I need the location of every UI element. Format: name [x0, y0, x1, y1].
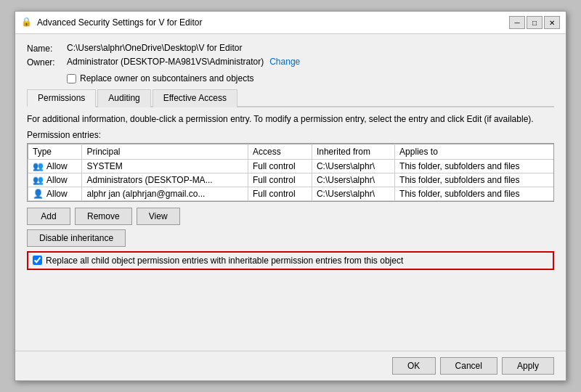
tab-auditing[interactable]: Auditing: [97, 89, 150, 107]
owner-row: Owner: Administrator (DESKTOP-MA981VS\Ad…: [27, 57, 554, 68]
cell-inherited-from: C:\Users\alphr\: [312, 159, 394, 173]
name-label: Name:: [27, 43, 67, 54]
window-icon: 🔒: [21, 17, 33, 28]
tab-bar: Permissions Auditing Effective Access: [27, 89, 554, 107]
cell-access: Full control: [248, 159, 312, 173]
name-row: Name: C:\Users\alphr\OneDrive\Desktop\V …: [27, 43, 554, 54]
minimize-button[interactable]: ─: [509, 16, 525, 29]
cell-inherited-from: C:\Users\alphr\: [312, 173, 394, 187]
bottom-buttons-row: OK Cancel Apply: [15, 351, 566, 380]
cell-applies-to: This folder, subfolders and files: [395, 173, 553, 187]
content-area: Name: C:\Users\alphr\OneDrive\Desktop\V …: [15, 34, 566, 351]
cell-principal: Administrators (DESKTOP-MA...: [82, 173, 248, 187]
permission-table: Type Principal Access Inherited from App…: [28, 144, 553, 201]
permission-entries-label: Permission entries:: [27, 130, 554, 140]
cell-type: 👥Allow: [28, 159, 82, 173]
window-title: Advanced Security Settings for V for Edi…: [37, 17, 509, 28]
col-header-type: Type: [28, 144, 82, 159]
cell-inherited-from: C:\Users\alphr\: [312, 187, 394, 200]
title-bar: 🔒 Advanced Security Settings for V for E…: [15, 12, 566, 34]
col-header-access: Access: [248, 144, 312, 159]
cell-principal: SYSTEM: [82, 159, 248, 173]
owner-label: Owner:: [27, 57, 67, 68]
close-button[interactable]: ✕: [544, 16, 560, 29]
table-row[interactable]: 👥AllowSYSTEMFull controlC:\Users\alphr\T…: [28, 159, 554, 173]
permission-table-wrapper: Type Principal Access Inherited from App…: [27, 143, 554, 202]
col-header-inherited: Inherited from: [312, 144, 394, 159]
tab-effective-access[interactable]: Effective Access: [153, 89, 237, 107]
title-bar-buttons: ─ □ ✕: [509, 16, 560, 29]
cell-principal: alphr jan (alphrjan@gmail.co...: [82, 187, 248, 200]
ok-button[interactable]: OK: [392, 357, 436, 375]
change-link[interactable]: Change: [269, 57, 300, 67]
table-row[interactable]: 👤Allowalphr jan (alphrjan@gmail.co...Ful…: [28, 187, 554, 200]
col-header-applies: Applies to: [395, 144, 553, 159]
maximize-button[interactable]: □: [527, 16, 543, 29]
replace-owner-row: Replace owner on subcontainers and objec…: [67, 73, 554, 83]
replace-child-row: Replace all child object permission entr…: [27, 251, 554, 270]
col-header-principal: Principal: [82, 144, 248, 159]
disable-inheritance-button[interactable]: Disable inheritance: [27, 229, 126, 247]
cell-applies-to: This folder, subfolders and files: [395, 187, 553, 200]
cell-type: 👥Allow: [28, 173, 82, 187]
cancel-button[interactable]: Cancel: [440, 357, 497, 375]
add-button[interactable]: Add: [27, 208, 70, 225]
disable-inheritance-row: Disable inheritance: [27, 229, 554, 247]
table-row[interactable]: 👥AllowAdministrators (DESKTOP-MA...Full …: [28, 173, 554, 187]
replace-child-label: Replace all child object permission entr…: [46, 256, 403, 266]
owner-value-container: Administrator (DESKTOP-MA981VS\Administr…: [67, 57, 300, 67]
info-text: For additional information, double-click…: [27, 113, 554, 126]
replace-owner-checkbox[interactable]: [67, 74, 76, 83]
replace-child-checkbox[interactable]: [33, 256, 42, 265]
main-window: 🔒 Advanced Security Settings for V for E…: [15, 11, 566, 381]
cell-access: Full control: [248, 173, 312, 187]
view-button[interactable]: View: [137, 208, 180, 225]
table-header-row: Type Principal Access Inherited from App…: [28, 144, 554, 159]
action-buttons-row: Add Remove View: [27, 208, 554, 225]
apply-button[interactable]: Apply: [502, 357, 554, 375]
cell-type: 👤Allow: [28, 187, 82, 200]
remove-button[interactable]: Remove: [75, 208, 132, 225]
replace-owner-label: Replace owner on subcontainers and objec…: [80, 73, 253, 83]
tab-permissions[interactable]: Permissions: [27, 89, 96, 107]
cell-applies-to: This folder, subfolders and files: [395, 159, 553, 173]
owner-value: Administrator (DESKTOP-MA981VS\Administr…: [67, 57, 264, 67]
cell-access: Full control: [248, 187, 312, 200]
name-value: C:\Users\alphr\OneDrive\Desktop\V for Ed…: [67, 43, 242, 53]
